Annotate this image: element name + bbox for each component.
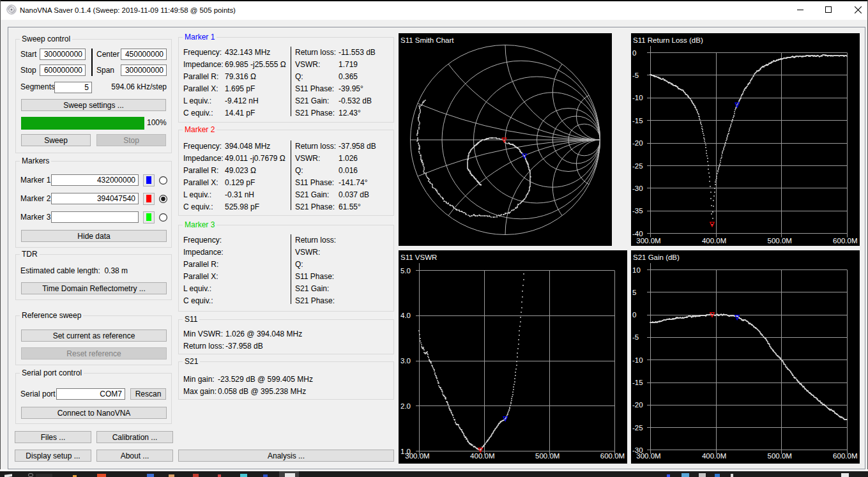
svg-text:-10: -10	[632, 356, 643, 364]
svg-text:500.0M: 500.0M	[768, 452, 792, 460]
svg-text:400.0M: 400.0M	[470, 452, 494, 460]
svg-text:2.0: 2.0	[400, 402, 411, 410]
svg-text:600.0M: 600.0M	[833, 237, 857, 245]
svg-text:500.0M: 500.0M	[768, 237, 792, 245]
svg-text:400.0M: 400.0M	[702, 237, 726, 245]
svg-text:0: 0	[632, 49, 636, 57]
svg-text:-15: -15	[632, 117, 643, 125]
svg-text:300.0M: 300.0M	[636, 237, 660, 245]
svg-text:-35: -35	[632, 207, 643, 215]
svg-text:-25: -25	[632, 424, 643, 432]
svg-text:-25: -25	[632, 162, 643, 170]
svg-text:-30: -30	[632, 185, 643, 192]
svg-text:S11 Return Loss (dB): S11 Return Loss (dB)	[633, 36, 703, 44]
svg-text:S21 Gain (dB): S21 Gain (dB)	[633, 254, 680, 261]
svg-text:-5: -5	[632, 333, 639, 341]
svg-text:600.0M: 600.0M	[600, 452, 625, 460]
svg-text:10: 10	[632, 266, 641, 274]
svg-text:600.0M: 600.0M	[833, 452, 857, 460]
svg-text:S11 Smith Chart: S11 Smith Chart	[400, 36, 454, 44]
svg-text:-10: -10	[632, 94, 643, 102]
svg-text:-15: -15	[632, 379, 643, 386]
svg-text:5: 5	[632, 289, 636, 296]
svg-text:S11 VSWR: S11 VSWR	[400, 254, 437, 261]
svg-text:4.0: 4.0	[400, 312, 411, 319]
svg-text:400.0M: 400.0M	[702, 452, 726, 460]
svg-text:-5: -5	[632, 72, 639, 79]
svg-text:-20: -20	[632, 401, 643, 409]
svg-text:0: 0	[632, 311, 636, 319]
svg-text:3.0: 3.0	[400, 357, 411, 365]
svg-text:-20: -20	[632, 139, 643, 147]
svg-text:500.0M: 500.0M	[535, 452, 560, 460]
svg-text:300.0M: 300.0M	[405, 452, 429, 460]
svg-text:5.0: 5.0	[400, 267, 411, 275]
svg-text:300.0M: 300.0M	[636, 452, 660, 460]
